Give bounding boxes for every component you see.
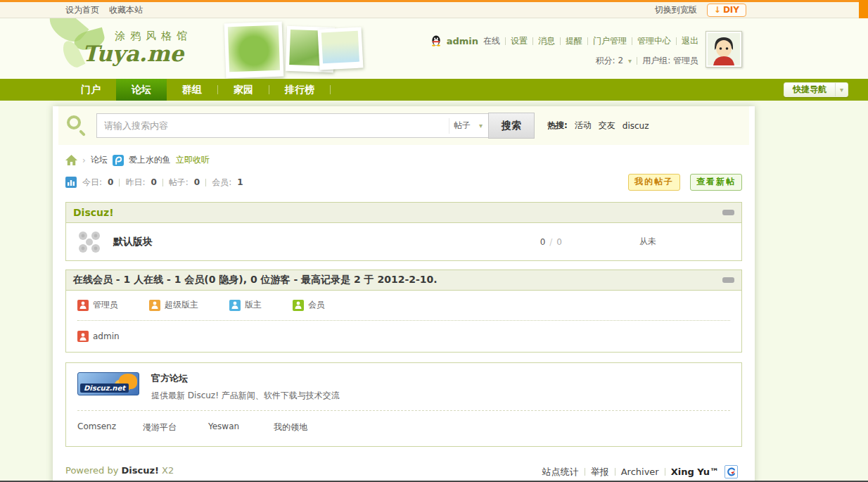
- follow-link[interactable]: 立即收听: [176, 154, 210, 166]
- avatar[interactable]: [706, 31, 742, 68]
- forum-name-link[interactable]: 默认版块: [113, 236, 153, 248]
- product-version: X2: [162, 465, 174, 476]
- last-post-info: 从未: [639, 236, 656, 248]
- forum-icon: [77, 230, 101, 254]
- usergroup-link[interactable]: 用户组: 管理员: [642, 55, 698, 67]
- comsenz-icon[interactable]: [725, 465, 738, 478]
- legend-moderator: 版主: [229, 299, 262, 311]
- main-content: 帖子 ▾ 搜索 热搜: 活动 交友 discuz › 论坛 爱上水的鱼 立即收听: [53, 106, 755, 482]
- diy-button[interactable]: ↓ DIY: [707, 4, 746, 17]
- set-home-link[interactable]: 设为首页: [65, 4, 99, 16]
- nav-item-ranklist[interactable]: 排行榜: [269, 79, 330, 101]
- hot-link-friends[interactable]: 交友: [599, 120, 615, 132]
- search-input[interactable]: [97, 114, 449, 137]
- home-icon[interactable]: [65, 155, 77, 165]
- legend-member: 会员: [293, 299, 325, 311]
- site-domain: Tuya.me: [82, 43, 192, 64]
- promo-panel: Discuz.net 官方论坛 提供最新 Discuz! 产品新闻、软件下载与技…: [65, 362, 742, 447]
- collapse-icon[interactable]: [722, 210, 734, 215]
- collapse-icon[interactable]: [722, 277, 734, 283]
- forum-row: 默认版块 0 / 0 从未: [66, 223, 741, 260]
- qq-icon[interactable]: [430, 35, 442, 46]
- report-link[interactable]: 举报: [591, 466, 609, 478]
- user-link-portal-admin[interactable]: 门户管理: [593, 35, 627, 47]
- user-link-messages[interactable]: 消息: [538, 35, 555, 47]
- main-nav: 门户 论坛 群组 家园 排行榜 快捷导航 ▾: [0, 79, 868, 101]
- category-panel: Discuz! 默认版块 0: [65, 202, 742, 261]
- online-members-title: 在线会员 - 1 人在线 - 1 会员(0 隐身), 0 位游客 - 最高记录是…: [73, 274, 438, 286]
- chevron-down-icon: ▾: [479, 122, 483, 129]
- category-title[interactable]: Discuz!: [73, 207, 114, 218]
- bookmark-link[interactable]: 收藏本站: [109, 4, 143, 16]
- site-stats-link[interactable]: 站点统计: [542, 466, 579, 478]
- breadcrumb-separator: ›: [82, 156, 86, 165]
- admin-group-icon: [77, 331, 89, 342]
- stat-yesterday-label: 昨日:: [125, 177, 145, 189]
- site-logo[interactable]: 涂鸦风格馆 Tuya.me: [82, 30, 192, 64]
- official-forum-link[interactable]: 官方论坛: [151, 373, 188, 383]
- designer-link[interactable]: Xing Yu™: [671, 467, 719, 477]
- online-status: 在线: [483, 35, 500, 47]
- stat-posts-value: 0: [194, 177, 200, 187]
- switch-wide-link[interactable]: 切换到宽版: [655, 4, 697, 16]
- partner-links: Comsenz 漫游平台 Yeswan 我的领地: [77, 411, 730, 440]
- search-button[interactable]: 搜索: [488, 113, 535, 139]
- feed-name-link[interactable]: 爱上水的鱼: [129, 154, 171, 166]
- discuz-net-logo[interactable]: Discuz.net: [77, 372, 139, 395]
- official-forum-desc: 提供最新 Discuz! 产品新闻、软件下载与技术交流: [151, 390, 340, 402]
- credits-caret-icon[interactable]: ▾: [628, 57, 632, 65]
- top-bar: 设为首页 收藏本站 切换到宽版 ↓ DIY: [0, 0, 868, 18]
- online-members-panel: 在线会员 - 1 人在线 - 1 会员(0 隐身), 0 位游客 - 最高记录是…: [65, 269, 742, 353]
- partner-link-yeswan[interactable]: Yeswan: [208, 421, 274, 433]
- stat-today-value: 0: [108, 177, 113, 187]
- user-link-notices[interactable]: 提醒: [566, 35, 582, 47]
- stat-members-label: 会员:: [212, 177, 231, 189]
- admin-group-icon: [77, 300, 89, 311]
- credits-link[interactable]: 积分: 2: [596, 55, 624, 67]
- chevron-down-icon: ▾: [840, 86, 843, 94]
- partner-link-comsenz[interactable]: Comsenz: [77, 421, 143, 433]
- nav-item-portal[interactable]: 门户: [65, 79, 116, 101]
- user-panel: admin 在线 设置 消息 提醒 门户管理 管理中心 退出 积分: 2 ▾ 用…: [430, 32, 698, 69]
- nav-separator: [330, 85, 331, 94]
- search-type-select[interactable]: 帖子 ▾: [449, 118, 488, 134]
- my-posts-button[interactable]: 我的帖子: [628, 174, 680, 191]
- hot-search: 热搜: 活动 交友 discuz: [547, 120, 649, 132]
- search-box: 帖子 ▾: [96, 113, 489, 138]
- usergroup-legend: 管理员 超级版主 版主: [77, 299, 730, 311]
- hot-link-discuz[interactable]: discuz: [623, 121, 649, 131]
- hot-link-activity[interactable]: 活动: [575, 120, 592, 132]
- archiver-link[interactable]: Archiver: [621, 467, 659, 477]
- nav-item-home[interactable]: 家园: [218, 79, 269, 101]
- page-footer: Powered by Discuz! X2 © 2001-2011 Comsen…: [53, 455, 755, 482]
- partner-link-manyou[interactable]: 漫游平台: [143, 421, 208, 433]
- post-count: 0: [556, 237, 562, 247]
- stat-today-label: 今日:: [82, 177, 102, 189]
- legend-admin: 管理员: [77, 299, 118, 311]
- forum-stats-row: 今日: 0 昨日: 0 帖子: 0 会员: 1 我的帖子 查看新帖: [53, 169, 755, 198]
- partner-link-myspace[interactable]: 我的领地: [274, 421, 339, 433]
- stat-members-value: 1: [237, 177, 243, 187]
- search-icon: [67, 115, 88, 137]
- breadcrumb: › 论坛 爱上水的鱼 立即收听: [53, 145, 755, 169]
- stat-yesterday-value: 0: [151, 177, 156, 187]
- nav-item-forum[interactable]: 论坛: [116, 79, 167, 101]
- stats-chart-icon: [65, 177, 77, 188]
- member-group-icon: [293, 300, 304, 311]
- user-link-admin-center[interactable]: 管理中心: [637, 35, 671, 47]
- online-member-link[interactable]: admin: [93, 331, 120, 341]
- breadcrumb-forum-link[interactable]: 论坛: [91, 154, 108, 166]
- view-new-posts-button[interactable]: 查看新帖: [690, 174, 742, 191]
- username-link[interactable]: admin: [447, 36, 478, 46]
- nav-item-groups[interactable]: 群组: [167, 79, 217, 101]
- tencent-weibo-icon[interactable]: [113, 155, 124, 166]
- discuz-logo-text: Discuz.net: [80, 383, 129, 393]
- polaroid-photo: [318, 27, 364, 70]
- quick-nav-button[interactable]: 快捷导航 ▾: [784, 82, 848, 97]
- product-link[interactable]: Discuz!: [122, 465, 159, 476]
- user-link-settings[interactable]: 设置: [511, 35, 528, 47]
- quick-nav-dropdown[interactable]: ▾: [835, 83, 848, 96]
- user-link-logout[interactable]: 退出: [682, 35, 698, 47]
- thread-count: 0: [540, 237, 546, 247]
- polaroid-photo: [224, 22, 284, 79]
